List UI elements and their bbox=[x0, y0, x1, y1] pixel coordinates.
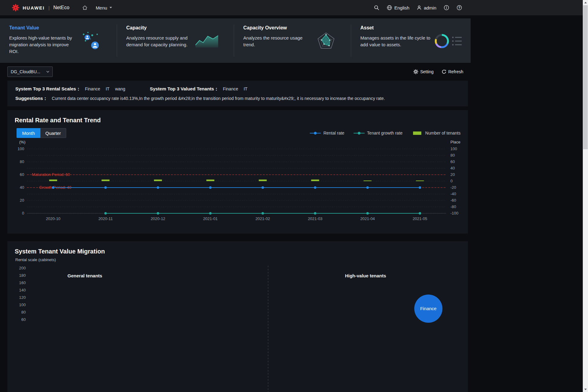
top-actions: English admin bbox=[374, 5, 462, 10]
gear-icon bbox=[413, 69, 418, 74]
svg-text:-80: -80 bbox=[450, 204, 456, 209]
language-selector[interactable]: English bbox=[387, 5, 409, 10]
migration-bubble-chart: 2001801601401201008060General tenantsHig… bbox=[15, 264, 461, 392]
rental-scale-value: wang bbox=[115, 86, 125, 91]
scope-dropdown[interactable]: DG_CloudBU... bbox=[7, 67, 53, 77]
menu-label: Menu bbox=[96, 5, 107, 10]
user-menu[interactable]: admin bbox=[417, 5, 436, 10]
huawei-logo-icon bbox=[12, 4, 20, 12]
svg-text:2020-11: 2020-11 bbox=[98, 216, 113, 221]
user-icon bbox=[417, 5, 422, 10]
svg-text:2021-02: 2021-02 bbox=[256, 216, 270, 221]
menu-button[interactable]: Menu bbox=[96, 5, 112, 10]
card-description: Analyzes the resource usage trend. bbox=[243, 35, 308, 48]
home-icon bbox=[82, 5, 88, 10]
help-icon: ? bbox=[457, 5, 462, 10]
month-tab[interactable]: Month bbox=[17, 128, 40, 138]
brand-name: HUAWEI bbox=[23, 5, 45, 10]
radar-chart-icon bbox=[316, 32, 336, 51]
tenant-value-migration-panel: System Tenant Value Migration Rental sca… bbox=[7, 241, 468, 392]
rental-scale-value: Finance bbox=[85, 86, 100, 91]
scroll-down-button[interactable] bbox=[583, 387, 588, 392]
svg-text:120: 120 bbox=[19, 295, 26, 300]
bubble-migration-icon bbox=[81, 31, 102, 51]
svg-text:100: 100 bbox=[450, 147, 457, 151]
system-summary-panel: System Top 3 Rental Scales： Finance IT w… bbox=[7, 81, 468, 106]
scope-dropdown-value: DG_CloudBU... bbox=[11, 69, 40, 74]
card-title: Tenant Value bbox=[9, 25, 74, 31]
line-marker-icon bbox=[310, 131, 321, 135]
svg-text:100: 100 bbox=[19, 303, 26, 307]
svg-text:General tenants: General tenants bbox=[67, 273, 102, 278]
svg-text:80: 80 bbox=[21, 310, 26, 314]
migration-y-axis-label: Rental scale (cabinets) bbox=[15, 257, 461, 262]
page-toolbar: DG_CloudBU... Setting bbox=[0, 63, 471, 81]
legend-number-of-tenants[interactable]: Number of tenants bbox=[412, 131, 461, 135]
question-mark-glyph: ? bbox=[458, 6, 460, 10]
bar-marker-icon bbox=[412, 131, 423, 135]
valued-tenants-label: System Top 3 Valued Tenants： bbox=[150, 86, 219, 92]
refresh-button[interactable]: Refresh bbox=[442, 69, 463, 74]
svg-text:Maturation Period: 60: Maturation Period: 60 bbox=[32, 172, 70, 177]
quarter-tab[interactable]: Quarter bbox=[40, 128, 66, 138]
legend-tenant-growth-rate[interactable]: Tenant growth rate bbox=[354, 131, 403, 135]
search-icon bbox=[374, 5, 379, 10]
search-button[interactable] bbox=[374, 5, 379, 10]
valued-tenant-value: IT bbox=[244, 86, 247, 91]
tab-asset[interactable]: Asset Manages assets in the life cycle t… bbox=[351, 25, 471, 57]
suggestions-label: Suggestions： bbox=[15, 96, 47, 101]
svg-text:High-value tenants: High-value tenants bbox=[345, 273, 386, 278]
svg-text:40: 40 bbox=[20, 185, 24, 190]
svg-text:-40: -40 bbox=[450, 192, 456, 196]
brand-group: HUAWEI | NetEco bbox=[12, 4, 69, 12]
setting-label: Setting bbox=[420, 69, 434, 74]
suggestions-text: Current data center occupancy rate is40.… bbox=[52, 96, 385, 101]
card-title: Asset bbox=[360, 25, 433, 31]
scrollbar-thumb[interactable] bbox=[583, 5, 588, 149]
svg-text:(%): (%) bbox=[19, 140, 25, 144]
area-chart-icon bbox=[195, 32, 219, 50]
svg-text:2021-01: 2021-01 bbox=[203, 216, 218, 221]
tab-capacity-overview[interactable]: Capacity Overview Analyzes the resource … bbox=[234, 25, 351, 57]
svg-text:200: 200 bbox=[19, 266, 26, 270]
vertical-scrollbar[interactable] bbox=[583, 0, 588, 392]
tab-tenant-value[interactable]: Tenant Value Explores high-value tenants… bbox=[0, 25, 117, 57]
arrow-up-icon bbox=[584, 2, 587, 3]
svg-text:-20: -20 bbox=[450, 185, 456, 190]
neteco-dashboard: HUAWEI | NetEco Menu bbox=[0, 0, 588, 392]
help-button[interactable]: ? bbox=[457, 5, 462, 10]
brand-divider: | bbox=[48, 5, 50, 10]
arrow-down-icon bbox=[584, 389, 587, 390]
period-toggle: Month Quarter bbox=[17, 128, 66, 138]
svg-text:60: 60 bbox=[21, 317, 26, 322]
svg-text:-60: -60 bbox=[450, 198, 456, 203]
globe-icon bbox=[387, 5, 392, 10]
chevron-down-icon bbox=[46, 71, 49, 73]
username-label: admin bbox=[424, 5, 436, 10]
svg-text:80: 80 bbox=[450, 153, 455, 158]
donut-chart-icon bbox=[433, 32, 463, 50]
svg-text:0: 0 bbox=[450, 179, 453, 183]
svg-text:60: 60 bbox=[20, 172, 24, 177]
scroll-up-button[interactable] bbox=[583, 0, 588, 5]
trend-chart-title: Rental Rate and Tenant Trend bbox=[15, 117, 461, 124]
svg-text:2020-10: 2020-10 bbox=[46, 216, 61, 221]
home-button[interactable] bbox=[82, 5, 88, 10]
migration-chart-title: System Tenant Value Migration bbox=[15, 248, 461, 255]
legend-label: Rental rate bbox=[323, 131, 344, 135]
feature-card-band: Tenant Value Explores high-value tenants… bbox=[0, 18, 471, 63]
card-title: Capacity bbox=[126, 25, 191, 31]
info-icon bbox=[444, 5, 449, 10]
product-name: NetEco bbox=[53, 5, 69, 10]
card-title: Capacity Overview bbox=[243, 25, 308, 31]
svg-text:100: 100 bbox=[17, 147, 24, 151]
svg-text:-100: -100 bbox=[450, 211, 458, 215]
svg-text:160: 160 bbox=[19, 280, 26, 285]
setting-button[interactable]: Setting bbox=[413, 69, 434, 74]
top3-valued-tenants: System Top 3 Valued Tenants： Finance IT bbox=[150, 86, 253, 92]
svg-text:80: 80 bbox=[20, 159, 24, 164]
tab-capacity[interactable]: Capacity Analyzes resource supply and de… bbox=[117, 25, 234, 57]
info-button[interactable] bbox=[444, 5, 449, 10]
legend-rental-rate[interactable]: Rental rate bbox=[310, 131, 344, 135]
svg-text:180: 180 bbox=[19, 273, 26, 278]
